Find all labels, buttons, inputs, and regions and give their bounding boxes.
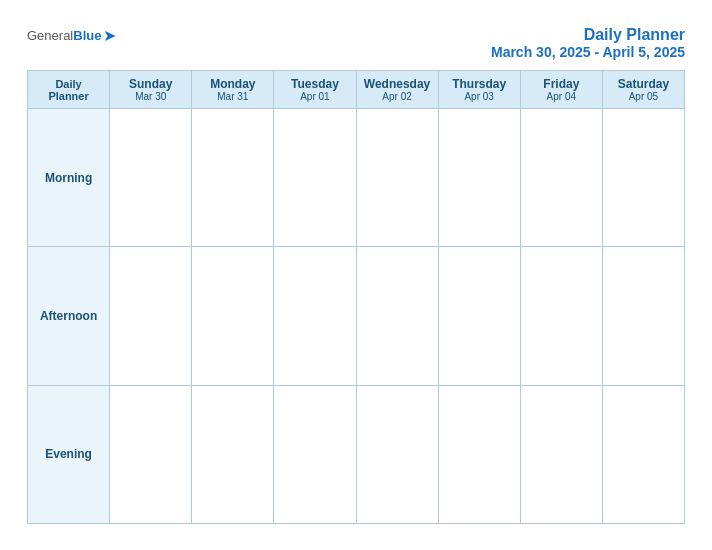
planner-cell[interactable] xyxy=(356,247,438,385)
planner-cell[interactable] xyxy=(110,385,192,523)
planner-cell[interactable] xyxy=(274,247,356,385)
planner-cell[interactable] xyxy=(602,247,684,385)
planner-cell[interactable] xyxy=(520,247,602,385)
planner-cell[interactable] xyxy=(192,247,274,385)
day-date: Apr 04 xyxy=(525,91,598,102)
row-label: Afternoon xyxy=(28,247,110,385)
planner-cell[interactable] xyxy=(438,247,520,385)
table-header-day: Monday Mar 31 xyxy=(192,71,274,109)
table-header-day: Wednesday Apr 02 xyxy=(356,71,438,109)
planner-cell[interactable] xyxy=(192,109,274,247)
header-label-line2: Planner xyxy=(48,90,88,102)
planner-cell[interactable] xyxy=(438,109,520,247)
day-name: Saturday xyxy=(607,77,680,91)
day-name: Friday xyxy=(525,77,598,91)
planner-cell[interactable] xyxy=(602,385,684,523)
day-name: Sunday xyxy=(114,77,187,91)
logo-blue-text: Blue xyxy=(73,28,101,43)
day-name: Thursday xyxy=(443,77,516,91)
logo-general-text: General xyxy=(27,28,73,43)
table-row: Afternoon xyxy=(28,247,685,385)
day-date: Mar 30 xyxy=(114,91,187,102)
planner-cell[interactable] xyxy=(274,109,356,247)
planner-title: Daily Planner xyxy=(491,26,685,44)
planner-cell[interactable] xyxy=(438,385,520,523)
table-header-day: Tuesday Apr 01 xyxy=(274,71,356,109)
table-header-label: Daily Planner xyxy=(28,71,110,109)
logo-bird-icon: ➤ xyxy=(103,26,116,45)
row-label: Morning xyxy=(28,109,110,247)
planner-cell[interactable] xyxy=(274,385,356,523)
planner-cell[interactable] xyxy=(356,109,438,247)
header: General Blue ➤ Daily Planner March 30, 2… xyxy=(27,26,685,60)
planner-cell[interactable] xyxy=(192,385,274,523)
table-header-day: Sunday Mar 30 xyxy=(110,71,192,109)
table-header-day: Thursday Apr 03 xyxy=(438,71,520,109)
day-date: Apr 05 xyxy=(607,91,680,102)
planner-table: Daily Planner Sunday Mar 30Monday Mar 31… xyxy=(27,70,685,524)
table-header-day: Saturday Apr 05 xyxy=(602,71,684,109)
day-name: Wednesday xyxy=(361,77,434,91)
table-row: Morning xyxy=(28,109,685,247)
planner-cell[interactable] xyxy=(520,385,602,523)
planner-cell[interactable] xyxy=(110,109,192,247)
logo: General Blue ➤ xyxy=(27,26,116,45)
row-label: Evening xyxy=(28,385,110,523)
header-label-line1: Daily xyxy=(55,78,81,90)
day-name: Monday xyxy=(196,77,269,91)
logo-area: General Blue ➤ xyxy=(27,26,116,45)
planner-cell[interactable] xyxy=(602,109,684,247)
day-date: Apr 03 xyxy=(443,91,516,102)
title-area: Daily Planner March 30, 2025 - April 5, … xyxy=(491,26,685,60)
day-date: Apr 02 xyxy=(361,91,434,102)
table-header-day: Friday Apr 04 xyxy=(520,71,602,109)
day-name: Tuesday xyxy=(278,77,351,91)
planner-cell[interactable] xyxy=(520,109,602,247)
table-row: Evening xyxy=(28,385,685,523)
planner-cell[interactable] xyxy=(356,385,438,523)
day-date: Apr 01 xyxy=(278,91,351,102)
page: General Blue ➤ Daily Planner March 30, 2… xyxy=(11,10,701,540)
planner-date-range: March 30, 2025 - April 5, 2025 xyxy=(491,44,685,60)
day-date: Mar 31 xyxy=(196,91,269,102)
planner-cell[interactable] xyxy=(110,247,192,385)
